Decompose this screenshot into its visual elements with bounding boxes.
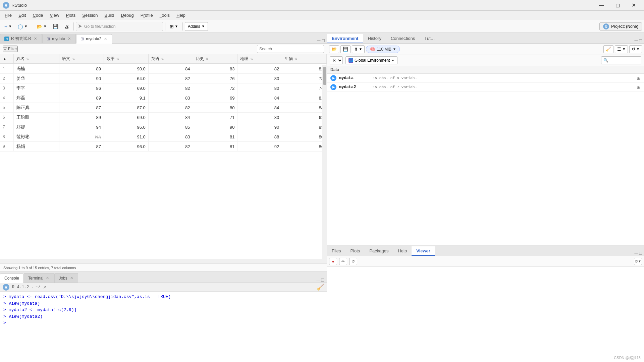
filter-button[interactable]: ▽ Filter — [3, 46, 18, 52]
go-to-button[interactable]: ⮞ Go to file/function — [76, 22, 163, 31]
tab-history[interactable]: History — [363, 34, 386, 43]
env-item-icon: ▶ — [330, 75, 336, 81]
tab-console[interactable]: Console — [0, 274, 23, 283]
menu-help[interactable]: Help — [173, 12, 189, 18]
close-button[interactable]: ✕ — [626, 0, 641, 11]
env-data-item[interactable]: ▶ mydata2 15 obs. of 7 variab… ⊞ — [327, 83, 644, 92]
cell-rownum: 5 — [0, 103, 13, 113]
open-file-button[interactable]: 📂 ▼ — [34, 22, 49, 31]
header-rownum: ▲ — [0, 54, 13, 64]
cell-name: 王盼盼 — [13, 113, 59, 122]
tab-tutorial[interactable]: Tut… — [420, 34, 439, 43]
import-icon: ⬆ — [354, 47, 358, 52]
maximize-editor-button[interactable]: □ — [322, 38, 325, 43]
addins-button[interactable]: Addins ▼ — [185, 22, 208, 31]
r-script-close[interactable]: ✕ — [33, 37, 38, 41]
files-back-button[interactable]: ● — [329, 258, 337, 265]
grid-view-button[interactable]: ⊞ ▼ — [167, 22, 180, 31]
menu-profile[interactable]: Profile — [137, 12, 156, 18]
env-tab-label: Environment — [332, 36, 358, 41]
tab-viewer[interactable]: Viewer — [412, 246, 435, 256]
sort-up-icon[interactable]: ▲ — [3, 57, 7, 61]
header-c3[interactable]: 英语 ⇅ — [148, 54, 193, 64]
env-search-input[interactable] — [601, 56, 641, 64]
list-view-button[interactable]: ☰ ▼ — [615, 45, 628, 53]
jobs-tab-close[interactable]: ✕ — [69, 276, 74, 280]
data-panel: ▽ Filter ▲ 姓名 ⇅ 语文 ⇅ — [0, 44, 327, 272]
clear-env-button[interactable]: 🧹 — [603, 45, 613, 53]
maximize-button[interactable]: ◻ — [610, 0, 625, 11]
env-item-table-icon[interactable]: ⊞ — [637, 84, 641, 90]
tab-terminal[interactable]: Terminal ✕ — [24, 273, 54, 283]
filter-label: Filter — [8, 47, 17, 51]
menu-build[interactable]: Build — [101, 12, 118, 18]
menu-tools[interactable]: Tools — [156, 12, 173, 18]
save-workspace-button[interactable]: 💾 — [340, 45, 351, 53]
files-refresh-button[interactable]: ↺ — [349, 258, 357, 265]
tab-help[interactable]: Help — [393, 246, 412, 256]
env-data-item[interactable]: ▶ mydata 15 obs. of 9 variab… ⊞ — [327, 74, 644, 83]
mydata2-close[interactable]: ✕ — [103, 37, 108, 41]
new-file-button[interactable]: + ▼ — [2, 22, 14, 31]
memory-label: 110 MiB — [377, 47, 391, 52]
header-c1[interactable]: 语文 ⇅ — [59, 54, 104, 64]
save-all-button[interactable]: 💾 — [50, 22, 61, 31]
tab-connections[interactable]: Connections — [386, 34, 420, 43]
maximize-env-button[interactable]: □ — [639, 38, 642, 43]
tab-r-script[interactable]: R R 初尝试.R ✕ — [0, 34, 42, 43]
tab-files[interactable]: Files — [327, 246, 345, 256]
table-horizontal-scrollbar[interactable] — [0, 259, 322, 263]
console-path-icon[interactable]: ↗ — [43, 285, 46, 290]
global-env-button[interactable]: 🌐 Global Environment ▼ — [345, 56, 397, 64]
maximize-console-button[interactable]: □ — [321, 277, 324, 283]
viewer-refresh-button[interactable]: ↺ ▼ — [634, 258, 642, 265]
history-tab-label: History — [368, 36, 381, 41]
header-c4[interactable]: 历史 ⇅ — [193, 54, 237, 64]
import-dataset-button[interactable]: ⬆ ▼ — [352, 45, 365, 53]
header-c5[interactable]: 地理 ⇅ — [237, 54, 282, 64]
terminal-tab-close[interactable]: ✕ — [45, 276, 50, 280]
titlebar: R RStudio — ◻ ✕ — [0, 0, 644, 11]
mydata-close[interactable]: ✕ — [67, 37, 71, 41]
console-content[interactable]: > mydata <- read.csv("D:\\sjwjsy6\\cheng… — [0, 292, 327, 362]
tab-mydata2[interactable]: ⊞ mydata2 ✕ — [76, 34, 112, 44]
minimize-env-button[interactable]: ─ — [635, 38, 638, 43]
console-clear-button[interactable]: 🧹 — [317, 284, 324, 291]
tab-environment[interactable]: Environment — [327, 34, 363, 43]
tab-jobs[interactable]: Jobs ✕ — [54, 273, 78, 283]
maximize-files-button[interactable]: □ — [639, 250, 642, 256]
console-code-text: > mydata <- read.csv("D:\\sjwjsy6\\cheng… — [3, 294, 171, 299]
load-workspace-button[interactable]: 📂 — [329, 45, 339, 53]
minimize-files-button[interactable]: ─ — [635, 250, 638, 256]
menu-view[interactable]: View — [46, 12, 62, 18]
cell-c6: 84 — [282, 103, 327, 113]
menu-debug[interactable]: Debug — [118, 12, 137, 18]
cell-name: 陈正真 — [13, 103, 59, 113]
menu-file[interactable]: File — [1, 12, 15, 18]
menu-code[interactable]: Code — [29, 12, 46, 18]
minimize-editor-button[interactable]: ─ — [317, 38, 321, 43]
toolbar-sep-2 — [73, 22, 74, 31]
header-c2[interactable]: 数学 ⇅ — [104, 54, 149, 64]
cell-c4: 83 — [193, 64, 237, 74]
edit-icon: ✏ — [341, 259, 345, 264]
print-button[interactable]: 🖨 — [62, 22, 71, 31]
tab-plots[interactable]: Plots — [345, 246, 365, 256]
header-c6[interactable]: 生物 ⇅ — [282, 54, 327, 64]
tab-mydata[interactable]: ⊞ mydata ✕ — [42, 34, 76, 43]
minimize-button[interactable]: — — [594, 0, 609, 11]
menu-session[interactable]: Session — [79, 12, 101, 18]
r-env-select[interactable]: R — [330, 56, 343, 64]
refresh-env-button[interactable]: ↺ ▼ — [629, 45, 642, 53]
tab-packages[interactable]: Packages — [365, 246, 393, 256]
env-item-table-icon[interactable]: ⊞ — [637, 75, 641, 81]
table-vertical-scrollbar[interactable] — [322, 65, 327, 263]
header-name[interactable]: 姓名 ⇅ — [13, 54, 59, 64]
project-badge[interactable]: R Project: (None) — [599, 22, 642, 31]
open-project-button[interactable]: ◯ ▼ — [15, 22, 30, 31]
files-edit-button[interactable]: ✏ — [339, 258, 347, 265]
data-search-input[interactable] — [257, 45, 324, 53]
menu-edit[interactable]: Edit — [15, 12, 29, 18]
menu-plots[interactable]: Plots — [62, 12, 79, 18]
minimize-console-button[interactable]: ─ — [317, 277, 320, 283]
